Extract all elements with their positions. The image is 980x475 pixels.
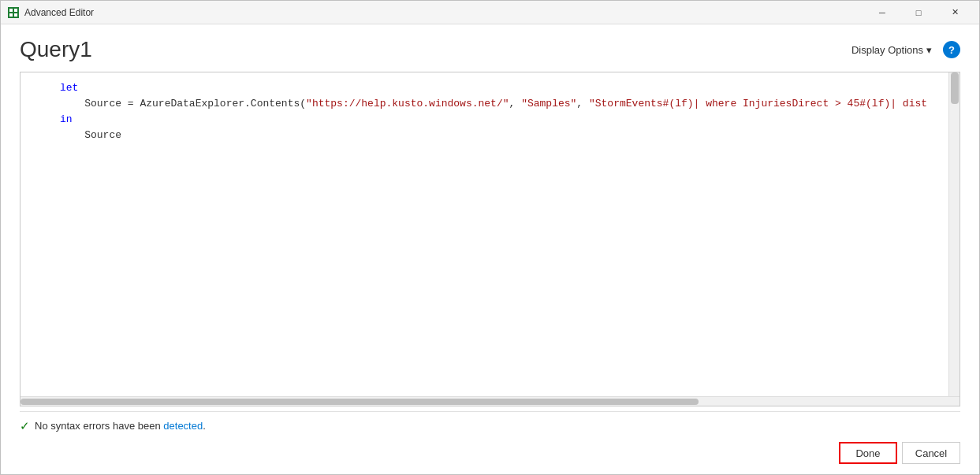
- status-text: No syntax errors have been detected.: [35, 420, 206, 432]
- code-line: Source = AzureDataExplorer.Contents("htt…: [20, 96, 960, 112]
- display-options-label: Display Options: [851, 44, 923, 56]
- display-options-button[interactable]: Display Options ▾: [847, 41, 937, 59]
- horizontal-scrollbar-thumb[interactable]: [20, 399, 699, 405]
- code-line: in: [20, 112, 960, 128]
- maximize-button[interactable]: □: [900, 1, 937, 24]
- help-button[interactable]: ?: [943, 41, 960, 58]
- advanced-editor-window: Advanced Editor ─ □ ✕ Query1 Display Opt…: [0, 0, 980, 475]
- cancel-button[interactable]: Cancel: [902, 442, 960, 464]
- code-editor[interactable]: let Source = AzureDataExplorer.Contents(…: [20, 72, 960, 406]
- content-area: Query1 Display Options ▾ ? let: [1, 24, 979, 474]
- minimize-button[interactable]: ─: [864, 1, 900, 24]
- code-text: let: [60, 80, 960, 96]
- close-button[interactable]: ✕: [937, 1, 973, 24]
- svg-rect-2: [14, 9, 17, 12]
- code-text: Source: [60, 128, 960, 143]
- chevron-down-icon: ▾: [926, 44, 932, 56]
- vertical-scrollbar-track[interactable]: [948, 72, 960, 396]
- code-text: Source = AzureDataExplorer.Contents("htt…: [60, 96, 960, 112]
- page-title: Query1: [20, 37, 92, 62]
- code-line: Source: [20, 128, 960, 143]
- code-area[interactable]: let Source = AzureDataExplorer.Contents(…: [20, 72, 960, 396]
- footer-row: Done Cancel: [20, 440, 960, 474]
- status-bar: ✓ No syntax errors have been detected.: [20, 411, 960, 440]
- done-button[interactable]: Done: [839, 442, 897, 464]
- title-bar: Advanced Editor ─ □ ✕: [1, 1, 979, 24]
- status-text-before: No syntax errors have been: [35, 420, 163, 432]
- header-row: Query1 Display Options ▾ ?: [20, 24, 960, 72]
- keyword-let: let: [60, 82, 78, 94]
- svg-rect-1: [9, 9, 13, 12]
- header-actions: Display Options ▾ ?: [847, 41, 960, 59]
- var-source-return: Source: [84, 129, 121, 141]
- svg-rect-4: [14, 13, 17, 17]
- title-bar-left: Advanced Editor: [7, 6, 94, 19]
- status-text-after: .: [203, 420, 206, 432]
- var-source: Source: [84, 98, 121, 109]
- vertical-scrollbar-thumb[interactable]: [951, 72, 959, 104]
- title-bar-controls: ─ □ ✕: [864, 1, 973, 24]
- keyword-in: in: [60, 113, 73, 125]
- code-text: in: [60, 112, 960, 128]
- code-line: let: [20, 80, 960, 96]
- app-icon: [7, 6, 20, 19]
- title-bar-text: Advanced Editor: [24, 7, 94, 18]
- check-icon: ✓: [20, 419, 30, 433]
- svg-rect-3: [9, 13, 13, 17]
- horizontal-scrollbar-track[interactable]: [20, 396, 960, 406]
- status-text-detected: detected: [163, 420, 203, 432]
